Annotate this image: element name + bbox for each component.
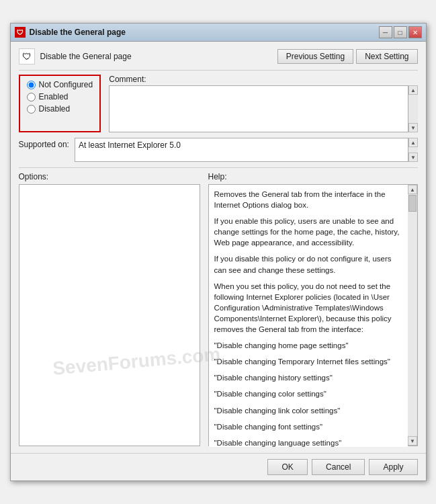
- help-scroll-thumb: [408, 195, 417, 212]
- window-body: 🛡 Disable the General page Previous Sett…: [11, 42, 426, 453]
- radio-not-configured[interactable]: Not Configured: [27, 80, 93, 89]
- bottom-section: SevenForums.com Options: Help: Removes t…: [19, 172, 418, 446]
- next-setting-button[interactable]: Next Setting: [356, 49, 417, 64]
- help-box-container: Removes the General tab from the interfa…: [208, 184, 418, 446]
- radio-disabled-input[interactable]: [27, 105, 36, 114]
- supported-scrollbar: ▲ ▼: [408, 138, 418, 162]
- help-para-8: "Disable changing link color settings": [214, 405, 402, 416]
- cancel-button[interactable]: Cancel: [312, 459, 365, 475]
- options-label: Options:: [19, 172, 200, 181]
- supported-scroll-down[interactable]: ▼: [408, 153, 418, 162]
- help-para-7: "Disable changing color settings": [214, 388, 402, 399]
- window-icon: 🛡: [15, 27, 26, 38]
- radio-not-configured-label[interactable]: Not Configured: [39, 80, 93, 89]
- options-box: [19, 184, 200, 446]
- help-para-9: "Disable changing font settings": [214, 421, 402, 432]
- body-separator: [19, 167, 418, 168]
- help-column: Help: Removes the General tab from the i…: [208, 172, 418, 446]
- comment-scrollbar: ▲ ▼: [408, 85, 418, 132]
- help-scrollbar: ▲ ▼: [408, 185, 417, 446]
- help-scroll-up[interactable]: ▲: [408, 185, 417, 194]
- help-para-6: "Disable changing history settings": [214, 372, 402, 383]
- radio-enabled-input[interactable]: [27, 93, 36, 101]
- ok-button[interactable]: OK: [267, 459, 308, 475]
- help-para-1: If you enable this policy, users are una…: [214, 216, 402, 248]
- title-buttons: ─ □ ✕: [379, 26, 422, 38]
- supported-value: At least Internet Explorer 5.0: [75, 138, 408, 162]
- maximize-button[interactable]: □: [394, 26, 407, 38]
- options-column: Options:: [19, 172, 200, 446]
- help-label: Help:: [208, 172, 418, 181]
- help-scroll-down[interactable]: ▼: [408, 436, 417, 446]
- help-para-0: Removes the General tab from the interfa…: [214, 189, 402, 210]
- header-row: 🛡 Disable the General page Previous Sett…: [19, 48, 418, 65]
- radio-enabled[interactable]: Enabled: [27, 92, 93, 101]
- help-para-2: If you disable this policy or do not con…: [214, 253, 402, 275]
- scroll-track: [408, 95, 418, 123]
- header-title-area: 🛡 Disable the General page: [19, 48, 132, 65]
- header-separator: [19, 70, 418, 71]
- header-icon: 🛡: [19, 48, 35, 65]
- comment-area: Comment: ▲ ▼: [109, 75, 417, 132]
- supported-scroll-up[interactable]: ▲: [408, 138, 418, 147]
- help-scroll-track: [408, 194, 417, 436]
- nav-buttons: Previous Setting Next Setting: [277, 49, 418, 64]
- scroll-down-arrow[interactable]: ▼: [408, 123, 418, 132]
- help-box: Removes the General tab from the interfa…: [209, 185, 408, 447]
- radio-disabled[interactable]: Disabled: [27, 104, 93, 114]
- supported-row: Supported on: At least Internet Explorer…: [19, 138, 418, 162]
- main-window: 🛡 Disable the General page ─ □ ✕ 🛡 Disab…: [10, 23, 427, 481]
- window-title: Disable the General page: [30, 28, 126, 37]
- close-button[interactable]: ✕: [408, 26, 422, 38]
- comment-label: Comment:: [109, 75, 417, 84]
- radio-disabled-label[interactable]: Disabled: [39, 104, 71, 114]
- help-para-5: "Disable changing Temporary Internet fil…: [214, 356, 402, 367]
- radio-enabled-label[interactable]: Enabled: [39, 92, 69, 101]
- title-bar-left: 🛡 Disable the General page: [15, 27, 126, 38]
- comment-textarea[interactable]: [109, 85, 408, 132]
- header-label: Disable the General page: [40, 52, 132, 61]
- radio-not-configured-input[interactable]: [27, 81, 36, 89]
- help-para-10: "Disable changing language settings": [214, 437, 402, 447]
- help-para-4: "Disable changing home page settings": [214, 340, 402, 351]
- prev-setting-button[interactable]: Previous Setting: [277, 49, 353, 64]
- minimize-button[interactable]: ─: [379, 26, 392, 38]
- supported-scroll-track: [408, 147, 418, 153]
- title-bar: 🛡 Disable the General page ─ □ ✕: [11, 24, 426, 42]
- scroll-up-arrow[interactable]: ▲: [408, 85, 418, 95]
- apply-button[interactable]: Apply: [369, 459, 417, 475]
- footer-row: OK Cancel Apply: [11, 453, 426, 480]
- config-section: Not Configured Enabled Disabled Comment:: [19, 75, 418, 132]
- supported-label: Supported on:: [19, 138, 69, 149]
- radio-group: Not Configured Enabled Disabled: [19, 75, 101, 132]
- help-para-3: When you set this policy, you do not nee…: [214, 281, 402, 335]
